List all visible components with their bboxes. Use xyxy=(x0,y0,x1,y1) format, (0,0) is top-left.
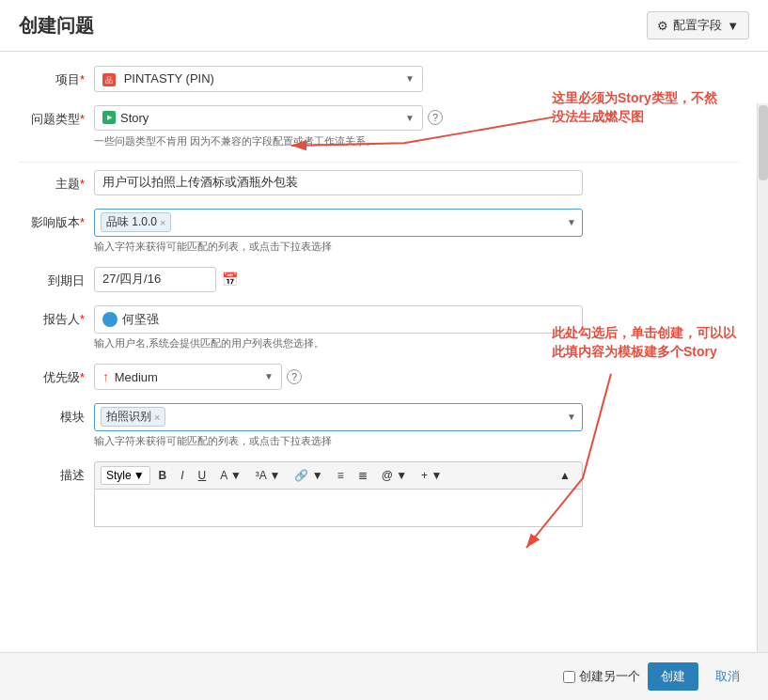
module-row: 模块 拍照识别 × ▼ 输入字符来获得可能匹配的列表，或点击下拉表选择 xyxy=(19,403,740,448)
module-tag-close[interactable]: × xyxy=(154,412,160,423)
affects-version-row: 影响版本* 品味 1.0.0 × ▼ 输入字符来获得可能匹配的列表，或点击下拉表… xyxy=(19,209,740,254)
mention-button[interactable]: @ ▼ xyxy=(376,466,413,485)
list-ul-button[interactable]: ≡ xyxy=(332,466,350,485)
issue-type-field: Story ▼ ? 一些问题类型不肯用 因为不兼容的字段配置或者工作流关系。 xyxy=(94,105,583,148)
reporter-avatar xyxy=(102,312,118,327)
description-field: Style ▼ B I U A ▼ ³A ▼ 🔗 xyxy=(94,461,583,527)
description-editor[interactable] xyxy=(94,490,583,527)
font-size-button[interactable]: ³A ▼ xyxy=(250,466,287,485)
subject-label: 主题* xyxy=(19,170,94,193)
project-select[interactable]: PINTASTY (PIN) ▼ xyxy=(94,66,423,92)
font-color-caret: ▼ xyxy=(230,469,242,482)
priority-label: 优先级* xyxy=(19,364,94,386)
create-another-row: 创建另一个 xyxy=(563,668,640,685)
module-hint: 输入字符来获得可能匹配的列表，或点击下拉表选择 xyxy=(94,434,583,448)
link-button[interactable]: 🔗 ▼ xyxy=(289,466,328,485)
project-icon xyxy=(102,73,116,86)
reporter-input[interactable]: 何坚强 xyxy=(94,305,583,334)
issue-type-hint: 一些问题类型不肯用 因为不兼容的字段配置或者工作流关系。 xyxy=(94,134,583,148)
collapse-button[interactable]: ▲ xyxy=(554,466,576,485)
link-caret: ▼ xyxy=(312,469,323,482)
project-field: PINTASTY (PIN) ▼ xyxy=(94,66,583,92)
issue-type-row: 问题类型* Story ▼ ? 一些问题类型不肯用 因为不兼容的字段配置或者工作… xyxy=(19,105,740,148)
reporter-label: 报告人* xyxy=(19,305,94,328)
italic-button[interactable]: I xyxy=(175,466,189,485)
affects-version-input[interactable]: 品味 1.0.0 × ▼ xyxy=(94,209,583,237)
description-row: 描述 Style ▼ B I U A ▼ ³A xyxy=(19,461,740,527)
version-dropdown-arrow: ▼ xyxy=(567,217,576,227)
priority-help-icon[interactable]: ? xyxy=(287,369,302,384)
priority-dropdown-arrow: ▼ xyxy=(264,371,274,381)
priority-row: 优先级* ↑ Medium ▼ ? xyxy=(19,364,740,390)
header-bar: 创建问题 ⚙ 配置字段 ▼ xyxy=(0,0,768,52)
due-date-input[interactable] xyxy=(94,267,216,292)
priority-up-icon: ↑ xyxy=(102,369,109,384)
module-dropdown-arrow: ▼ xyxy=(567,412,576,422)
scrollbar[interactable] xyxy=(757,103,768,652)
insert-button[interactable]: + ▼ xyxy=(415,466,447,485)
project-row: 项目* PINTASTY (PIN) ▼ xyxy=(19,66,740,92)
config-fields-button[interactable]: ⚙ 配置字段 ▼ xyxy=(647,11,749,39)
issue-type-dropdown-arrow: ▼ xyxy=(405,113,415,123)
priority-field: ↑ Medium ▼ ? xyxy=(94,364,583,390)
project-dropdown-arrow: ▼ xyxy=(405,73,415,84)
main-form: 项目* PINTASTY (PIN) ▼ 问题类型* xyxy=(0,52,768,652)
description-toolbar: Style ▼ B I U A ▼ ³A ▼ 🔗 xyxy=(94,461,583,490)
footer-bar: 创建另一个 创建 取消 xyxy=(0,652,768,700)
version-tag-close[interactable]: × xyxy=(160,217,165,228)
reporter-field: 何坚强 输入用户名,系统会提供匹配的用户列表供您选择。 xyxy=(94,305,583,350)
create-another-label[interactable]: 创建另一个 xyxy=(579,668,640,685)
module-field: 拍照识别 × ▼ 输入字符来获得可能匹配的列表，或点击下拉表选择 xyxy=(94,403,583,448)
font-color-button[interactable]: A ▼ xyxy=(214,466,247,485)
module-tag: 拍照识别 × xyxy=(101,407,165,427)
story-icon xyxy=(102,111,116,124)
subject-field xyxy=(94,170,583,195)
scrollbar-thumb[interactable] xyxy=(759,105,768,180)
underline-button[interactable]: U xyxy=(193,466,212,485)
due-date-row: 到期日 📅 xyxy=(19,267,740,292)
version-tag: 品味 1.0.0 × xyxy=(101,212,171,232)
chevron-down-icon: ▼ xyxy=(727,19,739,33)
create-button[interactable]: 创建 xyxy=(648,662,698,691)
module-label: 模块 xyxy=(19,403,94,426)
affects-version-field: 品味 1.0.0 × ▼ 输入字符来获得可能匹配的列表，或点击下拉表选择 xyxy=(94,209,583,254)
issue-type-label: 问题类型* xyxy=(19,105,94,128)
issue-type-select[interactable]: Story ▼ xyxy=(94,105,423,131)
reporter-row: 报告人* 何坚强 输入用户名,系统会提供匹配的用户列表供您选择。 xyxy=(19,305,740,350)
description-label: 描述 xyxy=(19,461,94,484)
issue-type-help-icon[interactable]: ? xyxy=(428,110,443,125)
bold-button[interactable]: B xyxy=(153,466,173,485)
project-label: 项目* xyxy=(19,66,94,88)
list-ol-button[interactable]: ≣ xyxy=(353,466,373,485)
due-date-field: 📅 xyxy=(94,267,583,292)
priority-select[interactable]: ↑ Medium ▼ xyxy=(94,364,282,390)
create-another-checkbox[interactable] xyxy=(563,671,575,683)
insert-caret: ▼ xyxy=(431,469,442,482)
due-date-label: 到期日 xyxy=(19,267,94,289)
reporter-hint: 输入用户名,系统会提供匹配的用户列表供您选择。 xyxy=(94,336,583,350)
page-title: 创建问题 xyxy=(19,13,94,39)
affects-version-label: 影响版本* xyxy=(19,209,94,231)
gear-icon: ⚙ xyxy=(657,19,668,33)
font-size-caret: ▼ xyxy=(270,469,281,482)
calendar-icon[interactable]: 📅 xyxy=(222,272,238,287)
module-input[interactable]: 拍照识别 × ▼ xyxy=(94,403,583,431)
style-caret: ▼ xyxy=(133,469,145,482)
divider-1 xyxy=(19,162,740,163)
subject-row: 主题* xyxy=(19,170,740,195)
mention-caret: ▼ xyxy=(396,469,407,482)
style-dropdown[interactable]: Style ▼ xyxy=(101,466,150,485)
subject-input[interactable] xyxy=(94,170,583,195)
cancel-button[interactable]: 取消 xyxy=(706,662,749,691)
affects-version-hint: 输入字符来获得可能匹配的列表，或点击下拉表选择 xyxy=(94,240,583,254)
